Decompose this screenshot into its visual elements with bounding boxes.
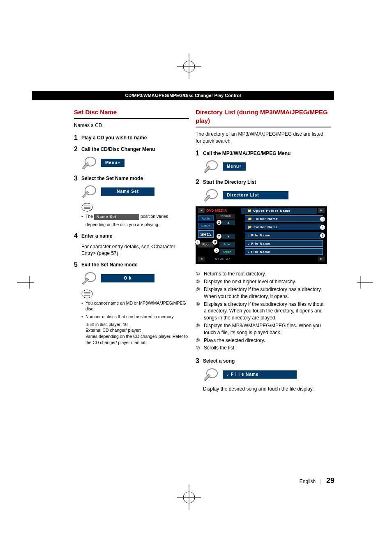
step-number: 5 xyxy=(74,260,81,269)
step-number: 2 xyxy=(196,178,203,187)
circled-text: Displays a directory if the subdirectory… xyxy=(204,301,327,321)
file-row[interactable]: ♪ FIle Name xyxy=(245,240,323,247)
side-mark-left xyxy=(17,276,34,290)
menu-button-label: Menu xyxy=(105,160,118,165)
registration-mark-bottom xyxy=(177,485,201,510)
circled-text: Scrolls the list. xyxy=(204,345,327,352)
note-text: The Name Set position varies xyxy=(85,213,168,220)
section-underline-left xyxy=(74,118,189,119)
screen-up-arrow-button[interactable]: ▲ xyxy=(222,220,235,225)
circled-text: Displays a directory if the subdirectory… xyxy=(204,286,327,300)
nav-right-icon[interactable]: ► xyxy=(318,208,325,213)
intro-right: The directory of an MP3/WMA/JPEG/MPEG di… xyxy=(196,131,327,145)
bullet-icon: • xyxy=(81,300,85,306)
side-mark-right xyxy=(357,276,373,290)
step-label: Select the Set Name mode xyxy=(81,174,143,182)
step-label: Enter a name xyxy=(81,231,112,240)
circled-number: ② xyxy=(196,278,204,285)
nav-bottom-right-icon[interactable]: ► xyxy=(318,257,325,261)
name-set-inline-button: Name Set xyxy=(94,214,139,220)
touch-hand-icon xyxy=(81,157,96,169)
screen-open-button[interactable]: Open xyxy=(219,249,235,255)
note-text: You cannot name an MD or MP3/WMA/JPEG/MP… xyxy=(85,300,191,312)
circled-text: Plays the selected directory. xyxy=(204,337,327,344)
directory-list-button[interactable]: Directory List xyxy=(223,191,288,199)
step-label: Call the MP3/WMA/JPEG/MPEG Menu xyxy=(203,149,291,157)
page-footer: English | 29 xyxy=(300,476,334,485)
circled-number: ① xyxy=(196,271,204,278)
screen-setup-button[interactable]: SetUp xyxy=(198,223,214,229)
registration-mark-top xyxy=(177,54,201,79)
touch-hand-icon xyxy=(81,272,96,284)
callout-circle: 2 xyxy=(216,220,222,225)
screen-title: DVD MEDIA xyxy=(206,208,227,213)
touch-hand-icon xyxy=(203,160,218,173)
section-underline-right xyxy=(196,127,331,127)
menu-button[interactable]: Menu» xyxy=(101,159,125,167)
page-header-bar: CD/MP3/WMA/JPEG/MPEG/Disc Changer Play C… xyxy=(32,91,334,100)
screen-menu-button[interactable]: Menu« xyxy=(216,214,235,219)
circled-text: Displays the MP3/WMA/JPEG/MPEG files. Wh… xyxy=(204,322,327,336)
step-number: 3 xyxy=(196,356,203,365)
step-body-text: For character entry details, see <Charac… xyxy=(81,243,191,257)
step-label: Play a CD you wish to name xyxy=(81,133,147,141)
callout-circle: 4 xyxy=(320,224,325,230)
page-number: 29 xyxy=(326,476,334,485)
callout-circle: 8 xyxy=(212,239,218,245)
screen-time: 0 : 35 : 27 xyxy=(215,257,230,261)
menu-button[interactable]: Menu» xyxy=(223,162,246,171)
step-label: Start the Directory List xyxy=(203,178,256,186)
dvd-media-screenshot: DVD MEDIA ◄ ► ◄ ► Audio SetUp SRC▸ Root … xyxy=(196,206,327,264)
circled-text: Displays the next higher level of hierar… xyxy=(204,278,327,285)
step-body-text: Display the desired song and touch the f… xyxy=(203,386,334,393)
circled-number: ③ xyxy=(196,286,204,300)
note-text-line: Varies depending on the CD changer/ play… xyxy=(85,333,191,345)
step-label: Select a song xyxy=(203,356,235,365)
screen-fol-button[interactable]: Fol↵ xyxy=(219,242,235,247)
name-set-button[interactable]: Name Set xyxy=(101,187,154,196)
callout-circle: 6 xyxy=(214,247,219,253)
ok-button[interactable]: O k xyxy=(101,274,154,282)
section-title-directory-list: Directory List (during MP3/WMA/JPEG/MPEG… xyxy=(196,108,331,125)
step-label: Exit the Set Name mode xyxy=(81,260,138,268)
screen-down-arrow-button[interactable]: ▼ xyxy=(222,234,235,239)
touch-hand-icon xyxy=(203,368,218,381)
circled-text: Returns to the root directory. xyxy=(204,271,327,278)
callout-circle: 7 xyxy=(216,234,222,239)
nav-bottom-left-icon[interactable]: ◄ xyxy=(198,257,205,261)
step-number: 3 xyxy=(74,174,81,183)
step-number: 1 xyxy=(74,133,81,142)
file-name-button[interactable]: ♪ F i l e Name xyxy=(223,370,297,379)
footer-language: English xyxy=(300,479,316,484)
screen-src-button[interactable]: SRC▸ xyxy=(198,230,214,238)
note-text-line: External CD changer/ player: xyxy=(85,327,191,333)
bullet-icon: • xyxy=(81,213,85,220)
file-row[interactable]: ♪ FIle Name xyxy=(245,232,323,238)
file-row[interactable]: ♪ FIle Name xyxy=(245,248,323,255)
touch-hand-icon xyxy=(81,185,96,198)
touch-hand-icon xyxy=(203,189,218,201)
note-text-continuation: depending on the disc you are playing. xyxy=(85,222,191,228)
circled-number: ⑥ xyxy=(196,337,204,344)
folder-row[interactable]: 📁 Folder Name xyxy=(245,215,323,222)
step-number: 4 xyxy=(74,231,81,240)
callout-circle: 5 xyxy=(320,233,325,238)
chevron-right-icon: ▸ xyxy=(210,233,212,237)
upper-folder-row[interactable]: 📁 Upper Folder Name xyxy=(241,208,317,214)
folder-row[interactable]: 📂 Folder Name xyxy=(245,224,323,230)
menu-button-label: Menu xyxy=(227,164,239,169)
chevron-right-icon: » xyxy=(239,164,242,169)
circled-number: ④ xyxy=(196,301,204,321)
nav-left-icon[interactable]: ◄ xyxy=(198,208,205,213)
note-text-line: Built-in disc player: 10 xyxy=(85,321,191,328)
circled-number: ⑤ xyxy=(196,322,204,336)
chevron-right-icon: » xyxy=(118,160,120,165)
screen-audio-button[interactable]: Audio xyxy=(198,215,214,221)
step-number: 1 xyxy=(196,149,203,158)
bullet-icon: • xyxy=(81,314,85,320)
note-text: Number of discs that can be stored in me… xyxy=(85,314,174,320)
step-number: 2 xyxy=(74,145,81,154)
circled-number: ⑦ xyxy=(196,345,204,352)
intro-left: Names a CD. xyxy=(74,122,189,129)
callout-circle: 3 xyxy=(320,216,325,222)
